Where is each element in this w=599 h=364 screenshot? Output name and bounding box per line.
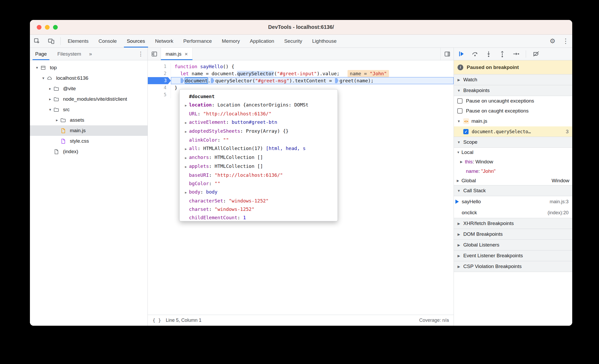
step-button[interactable] [512, 50, 519, 58]
chevron-right-icon[interactable]: ▶ [457, 265, 461, 269]
chevron-down-icon[interactable]: ▼ [457, 189, 461, 193]
step-over-button[interactable] [471, 50, 479, 58]
scope-name-row[interactable]: name: "John" [454, 167, 572, 176]
section-scope[interactable]: ▼ Scope [454, 137, 572, 148]
property-row-applets[interactable]: ▶applets: HTMLCollection [] [183, 162, 338, 171]
close-window-button[interactable] [37, 25, 41, 30]
expander-icon[interactable]: ▸ [47, 86, 54, 91]
chevron-right-icon[interactable]: ▶ [457, 232, 461, 236]
property-row-adoptedstylesheets[interactable]: ▶adoptedStyleSheets: Proxy(Array) {} [183, 127, 338, 136]
tab-security[interactable]: Security [279, 35, 307, 47]
navigator-tab-filesystem[interactable]: Filesystem [52, 48, 86, 60]
expander-icon[interactable]: ▾ [47, 107, 54, 112]
resume-script-button[interactable] [458, 50, 465, 58]
code-line-3-execution[interactable]: 3 document.querySelector("#greet-msg").t… [148, 77, 454, 84]
expander-icon[interactable]: ▾ [40, 76, 47, 81]
property-row-activeelement[interactable]: ▶activeElement: button#greet-btn [183, 118, 338, 127]
chevron-right-icon[interactable]: ▶ [460, 160, 465, 164]
scope-global-row[interactable]: ▶ Global Window [454, 176, 572, 185]
close-tab-icon[interactable]: × [185, 51, 188, 57]
minimize-window-button[interactable] [45, 25, 50, 30]
line-number-4[interactable]: 4 [148, 84, 171, 91]
inline-breakpoint-marker-icon[interactable] [335, 78, 338, 83]
tree-item-top[interactable]: ▾ top [30, 62, 148, 73]
line-number-2[interactable]: 2 [148, 70, 171, 77]
breakpoint-checkbox[interactable]: ✓ [463, 129, 469, 134]
line-number-1[interactable]: 1 [148, 63, 171, 70]
expand-arrow-icon[interactable]: ▶ [183, 127, 189, 136]
tab-console[interactable]: Console [93, 35, 122, 47]
execution-line-flag[interactable]: 3 [148, 77, 171, 84]
highlighted-token[interactable]: querySelector [237, 71, 274, 76]
property-row-body[interactable]: ▶body: body [183, 188, 338, 197]
editor-tab-main-js[interactable]: main.js × [161, 48, 193, 60]
property-row-alinkcolor[interactable]: alinkColor: "" [183, 136, 338, 144]
expander-icon[interactable]: ▾ [34, 65, 40, 70]
property-row-bgcolor[interactable]: bgColor: "" [183, 179, 338, 188]
chevron-down-icon[interactable]: ▼ [457, 151, 461, 154]
settings-gear-icon[interactable]: ⚙ [546, 35, 559, 47]
property-row-charset[interactable]: charset: "windows-1252" [183, 205, 338, 213]
tab-memory[interactable]: Memory [217, 35, 245, 47]
chevron-right-icon[interactable]: ▶ [457, 179, 461, 183]
property-row-anchors[interactable]: ▶anchors: HTMLCollection [] [183, 153, 338, 162]
tree-item-assets[interactable]: ▸ assets [30, 115, 148, 125]
tree-item-style-css[interactable]: style.css [30, 136, 148, 146]
tab-performance[interactable]: Performance [178, 35, 217, 47]
tab-lighthouse[interactable]: Lighthouse [307, 35, 341, 47]
expand-arrow-icon[interactable]: ▶ [183, 119, 189, 127]
chevron-down-icon[interactable]: ▼ [457, 119, 461, 123]
tree-item-src[interactable]: ▾ src [30, 104, 148, 115]
expand-arrow-icon[interactable]: ▶ [183, 188, 189, 197]
chevron-right-icon[interactable]: ▶ [457, 254, 461, 258]
tree-item-node-modules[interactable]: ▸ node_modules/vite/dist/client [30, 94, 148, 104]
property-row-baseuri[interactable]: baseURI: "http://localhost:6136/" [183, 171, 338, 179]
expander-icon[interactable]: ▸ [47, 97, 54, 101]
chevron-right-icon[interactable]: ▶ [457, 243, 461, 247]
expand-arrow-icon[interactable]: ▶ [183, 145, 189, 153]
call-frame-sayhello[interactable]: sayHello main.js:3 [454, 196, 572, 207]
breakpoint-file-group[interactable]: ▼ <> main.js [454, 116, 572, 126]
scope-this-row[interactable]: ▶ this: Window [454, 157, 572, 167]
chevron-down-icon[interactable]: ▼ [457, 140, 461, 144]
section-event-listener-breakpoints[interactable]: ▶ Event Listener Breakpoints [454, 250, 572, 261]
chevron-right-icon[interactable]: ▶ [457, 222, 461, 226]
pause-uncaught-checkbox[interactable] [457, 98, 463, 104]
pause-uncaught-row[interactable]: Pause on uncaught exceptions [454, 96, 572, 106]
section-watch[interactable]: ▶ Watch [454, 74, 572, 85]
device-toolbar-button[interactable] [44, 35, 58, 47]
breakpoint-entry-row[interactable]: ✓ document.querySelecto… 3 [454, 126, 572, 137]
code-line-1[interactable]: 1 function sayHello() { [148, 63, 454, 70]
tree-item-index[interactable]: (index) [30, 146, 148, 157]
zoom-window-button[interactable] [53, 25, 58, 30]
pause-caught-checkbox[interactable] [457, 108, 463, 114]
tab-network[interactable]: Network [150, 35, 178, 47]
tab-application[interactable]: Application [245, 35, 279, 47]
step-into-button[interactable] [485, 50, 492, 58]
chevron-right-icon[interactable]: ▶ [457, 78, 461, 82]
code-line-2[interactable]: 2 let name = document.querySelector("#gr… [148, 70, 454, 77]
expand-arrow-icon[interactable]: ▶ [183, 101, 189, 110]
section-xhr-breakpoints[interactable]: ▶ XHR/fetch Breakpoints [454, 218, 572, 229]
property-row-all[interactable]: ▶all: HTMLAllCollection(17) [html, head,… [183, 144, 338, 153]
line-number-5[interactable]: 5 [148, 91, 171, 98]
more-options-kebab-icon[interactable]: ⋮ [559, 35, 572, 47]
pause-caught-row[interactable]: Pause on caught exceptions [454, 106, 572, 116]
navigator-tab-page[interactable]: Page [30, 48, 52, 60]
section-dom-breakpoints[interactable]: ▶ DOM Breakpoints [454, 229, 572, 240]
inspect-element-button[interactable] [30, 35, 44, 47]
section-breakpoints[interactable]: ▼ Breakpoints [454, 85, 572, 96]
navigator-kebab-icon[interactable]: ⋮ [135, 51, 146, 57]
property-row-characterset[interactable]: characterSet: "windows-1252" [183, 197, 338, 205]
inline-breakpoint-marker-icon[interactable] [211, 78, 214, 83]
tab-sources[interactable]: Sources [122, 35, 150, 47]
inline-breakpoint-marker-icon[interactable] [181, 78, 184, 83]
section-global-listeners[interactable]: ▶ Global Listeners [454, 239, 572, 250]
expander-icon[interactable]: ▸ [54, 118, 60, 122]
step-out-button[interactable] [498, 50, 506, 58]
expand-arrow-icon[interactable]: ▶ [183, 163, 189, 171]
section-call-stack[interactable]: ▼ Call Stack [454, 185, 572, 196]
pretty-print-braces-icon[interactable]: { } [153, 318, 161, 323]
toggle-debugger-sidebar-button[interactable] [440, 48, 454, 60]
hide-navigator-button[interactable] [148, 48, 161, 60]
